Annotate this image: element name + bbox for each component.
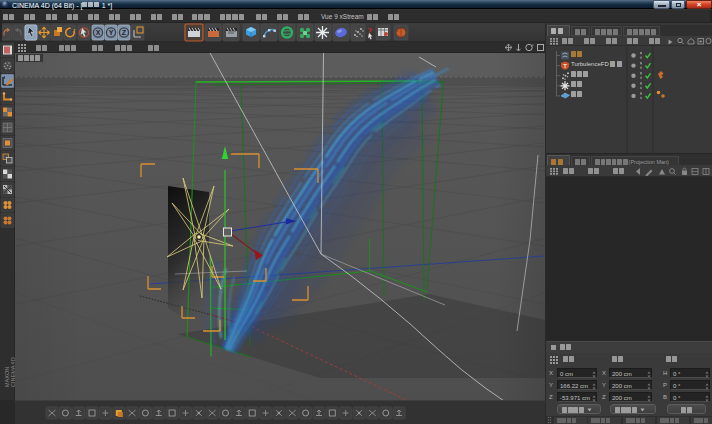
svg-text:Y: Y xyxy=(109,29,114,36)
svg-text:T: T xyxy=(563,63,567,69)
svg-text:Z: Z xyxy=(122,29,127,36)
svg-text:X: X xyxy=(96,29,101,36)
